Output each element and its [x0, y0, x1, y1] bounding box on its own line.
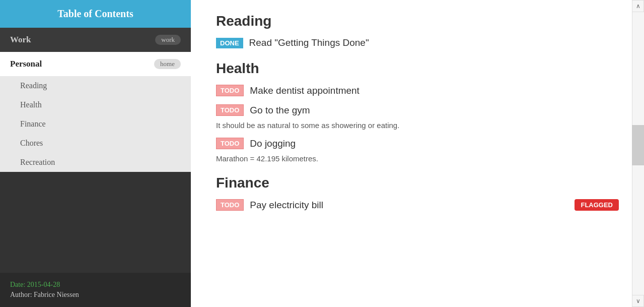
section-heading-finance: Finance — [216, 175, 619, 191]
sidebar-item-chores[interactable]: Chores — [0, 134, 191, 153]
task-text: Make dentist appointment — [250, 85, 360, 96]
main-content: ∧ ∨ Reading DONE Read "Getting Things Do… — [191, 0, 644, 307]
sidebar: Table of Contents Work work Personal hom… — [0, 0, 191, 307]
sidebar-title: Table of Contents — [0, 0, 191, 28]
badge-todo: TODO — [216, 104, 244, 116]
task-text: Go to the gym — [250, 105, 310, 116]
sidebar-item-recreation[interactable]: Recreation — [0, 153, 191, 172]
footer-author: Author: Fabrice Niessen — [10, 291, 181, 299]
section-heading-health: Health — [216, 60, 619, 77]
badge-todo: TODO — [216, 138, 244, 149]
task-row: TODO Pay electricity bill FLAGGED — [216, 199, 619, 211]
scroll-up-button[interactable]: ∧ — [632, 0, 644, 12]
content-area[interactable]: Reading DONE Read "Getting Things Done" … — [191, 0, 644, 307]
sidebar-item-personal-badge: home — [154, 59, 181, 69]
sidebar-item-work-label: Work — [10, 35, 31, 45]
task-row: TODO Go to the gym — [216, 104, 619, 116]
task-note: It should be as natural to some as showe… — [216, 121, 619, 130]
task-left: TODO Make dentist appointment — [216, 85, 360, 96]
badge-todo: TODO — [216, 85, 244, 96]
task-row: DONE Read "Getting Things Done" — [216, 37, 619, 48]
task-text: Read "Getting Things Done" — [249, 37, 369, 48]
task-left: TODO Go to the gym — [216, 104, 310, 116]
task-left: TODO Pay electricity bill — [216, 199, 323, 211]
scrollbar-track — [632, 12, 644, 295]
sidebar-item-personal[interactable]: Personal home — [0, 52, 191, 76]
sidebar-item-work-badge: work — [155, 35, 181, 45]
sidebar-item-reading[interactable]: Reading — [0, 76, 191, 95]
scroll-down-button[interactable]: ∨ — [632, 295, 644, 307]
section-heading-reading: Reading — [216, 13, 619, 29]
task-left: TODO Do jogging — [216, 138, 296, 149]
scrollbar-thumb[interactable] — [632, 125, 644, 165]
task-row: TODO Make dentist appointment — [216, 85, 619, 96]
task-left: DONE Read "Getting Things Done" — [216, 37, 369, 48]
sidebar-nav: Work work Personal home Reading Health F… — [0, 28, 191, 273]
sidebar-footer: Date: 2015-04-28 Author: Fabrice Niessen — [0, 273, 191, 307]
sidebar-item-health[interactable]: Health — [0, 95, 191, 114]
sidebar-item-finance[interactable]: Finance — [0, 114, 191, 134]
badge-todo: TODO — [216, 199, 244, 211]
task-row: TODO Do jogging — [216, 138, 619, 149]
badge-flagged: FLAGGED — [575, 199, 619, 211]
sidebar-sub-items: Reading Health Finance Chores Recreation — [0, 76, 191, 172]
task-text: Pay electricity bill — [250, 200, 323, 211]
task-text: Do jogging — [250, 138, 296, 149]
task-note: Marathon = 42.195 kilometres. — [216, 154, 619, 163]
badge-done: DONE — [216, 38, 243, 48]
footer-date: Date: 2015-04-28 — [10, 281, 181, 289]
sidebar-item-work[interactable]: Work work — [0, 28, 191, 52]
sidebar-item-personal-label: Personal — [10, 59, 42, 69]
